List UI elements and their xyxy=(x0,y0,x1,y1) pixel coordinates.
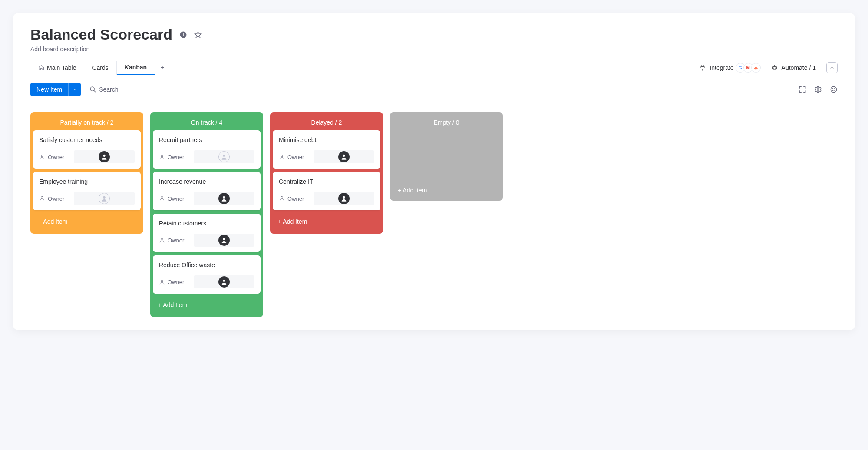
owner-cell[interactable] xyxy=(314,150,374,163)
owner-cell[interactable] xyxy=(194,150,254,163)
svg-point-5 xyxy=(775,68,776,68)
tab-kanban[interactable]: Kanban xyxy=(117,60,155,75)
owner-avatar xyxy=(218,276,230,288)
card-footer: Owner xyxy=(159,150,254,163)
person-icon xyxy=(159,279,165,285)
star-icon[interactable] xyxy=(194,31,202,39)
add-item-button[interactable]: + Add Item xyxy=(153,297,261,314)
add-item-button[interactable]: + Add Item xyxy=(33,214,141,231)
add-item-button[interactable]: + Add Item xyxy=(393,182,500,198)
svg-point-28 xyxy=(281,196,283,199)
owner-label: Owner xyxy=(287,195,304,202)
owner-avatar xyxy=(218,151,230,162)
svg-point-25 xyxy=(223,280,225,282)
card-footer: Owner xyxy=(39,192,135,205)
owner-label-group: Owner xyxy=(159,237,184,244)
info-icon[interactable]: i xyxy=(179,31,187,39)
integrate-label: Integrate xyxy=(710,64,733,71)
svg-marker-2 xyxy=(195,31,201,37)
add-item-button[interactable]: + Add Item xyxy=(273,214,380,231)
tab-main-table[interactable]: Main Table xyxy=(30,61,84,75)
toolbar-right xyxy=(799,86,838,93)
svg-point-24 xyxy=(161,280,163,282)
add-view-button[interactable]: + xyxy=(155,61,169,74)
kanban-card[interactable]: Retain customers Owner xyxy=(153,214,261,252)
integration-badge: ◆ xyxy=(751,63,761,73)
owner-label-group: Owner xyxy=(159,154,184,160)
card-footer: Owner xyxy=(159,192,254,205)
svg-point-23 xyxy=(223,238,225,240)
owner-label-group: Owner xyxy=(279,154,304,160)
owner-avatar xyxy=(338,193,350,204)
board-title: Balanced Scorecard xyxy=(30,26,172,43)
search-button[interactable]: Search xyxy=(89,86,118,93)
owner-avatar xyxy=(218,235,230,246)
board-description[interactable]: Add board description xyxy=(30,46,838,53)
column-header[interactable]: Partially on track / 2 xyxy=(33,115,141,130)
tabs-row: Main Table Cards Kanban + Integrate G M … xyxy=(30,60,838,75)
column-header[interactable]: On track / 4 xyxy=(153,115,261,130)
toolbar: New Item Search xyxy=(30,83,838,103)
kanban-card[interactable]: Recruit partners Owner xyxy=(153,130,261,169)
new-item-dropdown[interactable] xyxy=(68,83,81,96)
kanban-card[interactable]: Reduce Office waste Owner xyxy=(153,255,261,294)
person-icon xyxy=(279,195,285,202)
owner-label: Owner xyxy=(168,279,184,285)
owner-cell[interactable] xyxy=(194,234,254,247)
owner-avatar xyxy=(338,151,350,162)
more-button[interactable] xyxy=(830,86,838,93)
search-icon xyxy=(89,86,96,93)
svg-point-4 xyxy=(773,68,774,68)
card-title: Employee training xyxy=(39,178,135,185)
board-actions: Integrate G M ◆ Automate / 1 xyxy=(699,62,838,73)
owner-cell[interactable] xyxy=(194,275,254,288)
person-icon xyxy=(39,154,45,160)
card-footer: Owner xyxy=(159,275,254,288)
svg-point-14 xyxy=(41,155,43,157)
kanban-card[interactable]: Employee training Owner xyxy=(33,172,141,210)
owner-label: Owner xyxy=(168,237,184,244)
person-icon xyxy=(159,237,165,243)
svg-point-21 xyxy=(223,196,225,199)
column-header[interactable]: Delayed / 2 xyxy=(273,115,380,130)
svg-point-29 xyxy=(343,196,345,199)
svg-point-26 xyxy=(281,155,283,157)
card-footer: Owner xyxy=(39,150,135,163)
chevron-up-icon xyxy=(829,65,835,70)
kanban-card[interactable]: Satisfy customer needs Owner xyxy=(33,130,141,169)
owner-avatar xyxy=(99,151,110,162)
person-icon xyxy=(279,154,285,160)
card-title: Minimise debt xyxy=(279,136,374,143)
svg-point-18 xyxy=(161,155,163,157)
svg-point-7 xyxy=(774,65,775,65)
smiley-icon xyxy=(830,86,838,93)
fullscreen-button[interactable] xyxy=(799,86,806,93)
search-label: Search xyxy=(99,86,118,93)
integrate-button[interactable]: Integrate G M ◆ xyxy=(699,63,760,73)
new-item-button[interactable]: New Item xyxy=(30,83,68,96)
owner-avatar xyxy=(218,193,230,204)
card-title: Satisfy customer needs xyxy=(39,136,135,143)
owner-label: Owner xyxy=(168,154,184,160)
new-item-group: New Item xyxy=(30,83,81,96)
owner-cell[interactable] xyxy=(74,192,135,205)
automate-button[interactable]: Automate / 1 xyxy=(771,64,816,71)
owner-cell[interactable] xyxy=(314,192,374,205)
svg-rect-3 xyxy=(772,66,776,69)
svg-point-12 xyxy=(832,89,833,89)
kanban-card[interactable]: Minimise debt Owner xyxy=(273,130,380,169)
board-container: Balanced Scorecard i Add board descripti… xyxy=(13,13,855,330)
plug-icon xyxy=(699,64,706,71)
person-icon xyxy=(159,195,165,202)
kanban-card[interactable]: Centralize IT Owner xyxy=(273,172,380,210)
owner-cell[interactable] xyxy=(194,192,254,205)
collapse-header-button[interactable] xyxy=(826,62,838,73)
tab-cards[interactable]: Cards xyxy=(84,61,116,75)
settings-button[interactable] xyxy=(814,86,822,93)
owner-label: Owner xyxy=(48,195,64,202)
owner-cell[interactable] xyxy=(74,150,135,163)
toolbar-left: New Item Search xyxy=(30,83,118,96)
owner-label-group: Owner xyxy=(39,195,64,202)
column-header[interactable]: Empty / 0 xyxy=(393,115,500,130)
kanban-card[interactable]: Increase revenue Owner xyxy=(153,172,261,210)
